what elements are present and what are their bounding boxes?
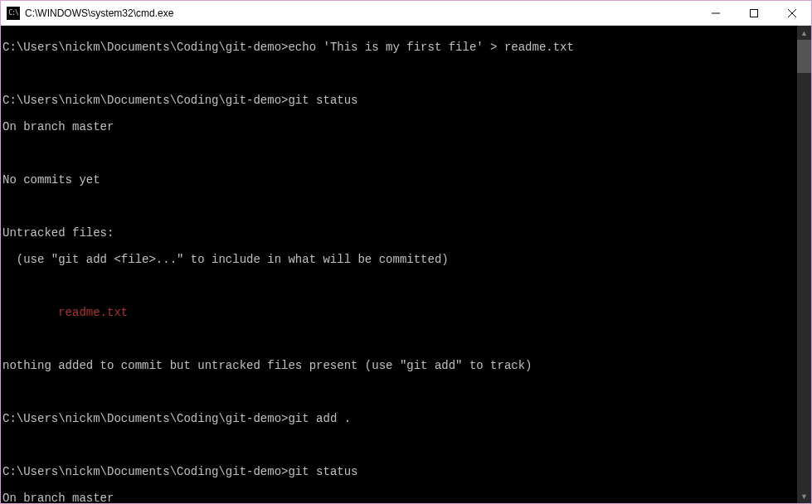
terminal-line: [2, 385, 811, 399]
scrollbar-thumb[interactable]: [797, 40, 811, 73]
terminal-line: [2, 279, 811, 293]
terminal-line: nothing added to commit but untracked fi…: [2, 359, 811, 372]
scroll-down-arrow-icon[interactable]: ▼: [797, 489, 811, 503]
terminal-line: C:\Users\nickm\Documents\Coding\git-demo…: [2, 465, 811, 478]
window-controls: [697, 1, 811, 25]
window-title: C:\WINDOWS\system32\cmd.exe: [25, 7, 697, 19]
terminal-line: C:\Users\nickm\Documents\Coding\git-demo…: [2, 41, 811, 54]
close-button[interactable]: [773, 1, 811, 25]
maximize-button[interactable]: [735, 1, 773, 25]
minimize-button[interactable]: [697, 1, 735, 25]
terminal-line: C:\Users\nickm\Documents\Coding\git-demo…: [2, 94, 811, 107]
maximize-icon: [750, 9, 758, 17]
terminal-line: (use "git add <file>..." to include in w…: [2, 253, 811, 266]
terminal-line: C:\Users\nickm\Documents\Coding\git-demo…: [2, 412, 811, 425]
terminal-area[interactable]: C:\Users\nickm\Documents\Coding\git-demo…: [1, 26, 811, 503]
untracked-file: readme.txt: [2, 306, 811, 319]
terminal-line: On branch master: [2, 492, 811, 503]
terminal-output: C:\Users\nickm\Documents\Coding\git-demo…: [1, 26, 811, 503]
terminal-line: No commits yet: [2, 173, 811, 187]
terminal-line: [2, 439, 811, 452]
terminal-line: [2, 200, 811, 213]
scroll-up-arrow-icon[interactable]: ▲: [797, 26, 811, 40]
cmd-icon: C:\: [7, 7, 20, 20]
window-titlebar[interactable]: C:\ C:\WINDOWS\system32\cmd.exe: [1, 1, 811, 26]
minimize-icon: [712, 9, 720, 17]
terminal-line: [2, 147, 811, 160]
terminal-line: [2, 67, 811, 80]
close-icon: [788, 9, 796, 17]
terminal-line: Untracked files:: [2, 226, 811, 240]
terminal-line: [2, 332, 811, 346]
svg-rect-1: [751, 9, 758, 17]
terminal-line: On branch master: [2, 120, 811, 133]
vertical-scrollbar[interactable]: ▲ ▼: [797, 26, 811, 503]
